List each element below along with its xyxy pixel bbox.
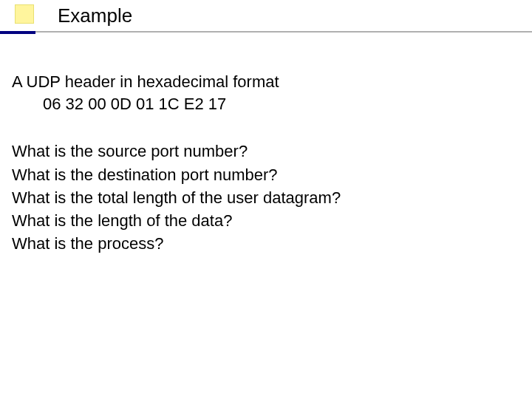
question-2: What is the destination port number? bbox=[12, 163, 514, 186]
slide-content: A UDP header in hexadecimal format 06 32… bbox=[12, 71, 514, 256]
question-1: What is the source port number? bbox=[12, 140, 514, 163]
title-underline-accent bbox=[0, 31, 35, 34]
question-5: What is the process? bbox=[12, 232, 514, 255]
slide-title: Example bbox=[58, 4, 132, 27]
title-underline-gray bbox=[0, 31, 532, 33]
intro-text-line1: A UDP header in hexadecimal format bbox=[12, 71, 514, 93]
bullet-decoration bbox=[15, 4, 34, 24]
question-4: What is the length of the data? bbox=[12, 209, 514, 232]
intro-text-line2: 06 32 00 0D 01 1C E2 17 bbox=[12, 93, 514, 115]
slide-header: Example bbox=[0, 0, 532, 44]
question-3: What is the total length of the user dat… bbox=[12, 186, 514, 209]
questions-block: What is the source port number? What is … bbox=[12, 140, 514, 255]
